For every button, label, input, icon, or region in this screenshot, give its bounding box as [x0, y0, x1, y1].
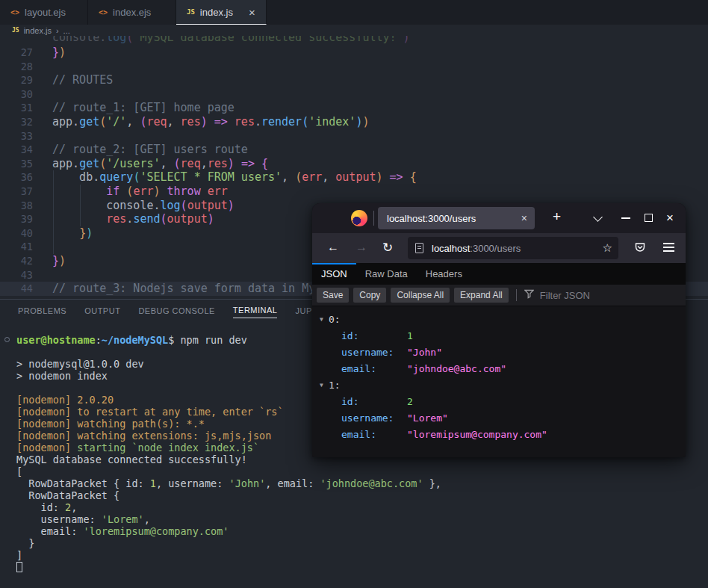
url-text[interactable]: localhost:3000/users	[432, 243, 603, 254]
json-index: 0:	[329, 312, 341, 328]
titlebar-separator	[373, 211, 374, 226]
viewer-tab-headers[interactable]: Headers	[417, 263, 471, 285]
code-text: })	[52, 226, 93, 241]
collapse-twisty-icon[interactable]: ▼	[320, 312, 329, 328]
js-icon: JS	[187, 8, 195, 16]
line-number: 29	[0, 73, 33, 87]
menu-icon[interactable]	[663, 243, 674, 244]
code-token: app.	[52, 157, 79, 170]
bookmark-star-icon[interactable]: ☆	[603, 241, 612, 255]
code-token: ,	[282, 170, 295, 184]
code-token	[201, 185, 208, 198]
command-decoration-icon[interactable]	[4, 337, 10, 342]
collapse-all-button[interactable]: Collapse All	[391, 288, 450, 303]
browser-tab-title[interactable]: localhost:3000/users	[387, 213, 521, 224]
code-token: res	[235, 115, 255, 129]
terminal-line: username: 'Lorem',	[16, 513, 708, 525]
panel-tab-output[interactable]: OUTPUT	[84, 303, 120, 318]
code-token: )	[362, 115, 369, 129]
json-key: email:	[341, 427, 407, 443]
twisty-spacer	[320, 427, 329, 443]
breadcrumb[interactable]: JS index.js › ...	[0, 25, 708, 36]
back-button[interactable]: ←	[327, 241, 339, 254]
code-token: 'loremipsum@company.com'	[83, 525, 229, 537]
editor-tab-layout.ejs[interactable]: <>layout.ejs	[0, 0, 88, 25]
code-token	[235, 157, 241, 170]
json-key: username:	[341, 410, 407, 427]
code-text: // ROUTES	[52, 73, 113, 87]
line-number: 39	[0, 212, 33, 226]
code-token: ]	[16, 549, 22, 561]
firefox-titlebar[interactable]: localhost:3000/users × + ×	[312, 203, 686, 233]
twisty-spacer	[320, 394, 329, 410]
tab-list-chevron-icon[interactable]	[593, 212, 603, 222]
line-number: 33	[0, 129, 33, 143]
filter-json-input[interactable]: Filter JSON	[540, 290, 590, 301]
url-bar[interactable]: localhost:3000/users ☆	[408, 237, 618, 259]
maximize-button[interactable]	[645, 214, 653, 222]
panel-tab-terminal[interactable]: TERMINAL	[233, 302, 278, 318]
tab-close-icon[interactable]: ×	[249, 6, 255, 19]
code-token: =>	[214, 115, 228, 129]
code-token: {	[261, 157, 268, 170]
code-token: res	[106, 212, 126, 226]
toolbar-buttons: SaveCopyCollapse AllExpand All	[317, 288, 513, 303]
code-token: .	[255, 115, 261, 129]
code-token: 'johndoe@abc.com'	[320, 477, 423, 489]
code-token	[403, 170, 410, 184]
minimize-button[interactable]	[621, 217, 630, 219]
json-row: id:2	[312, 394, 686, 410]
terminal-line: ]	[16, 549, 708, 561]
code-token: (	[295, 170, 302, 184]
viewer-tab-json[interactable]: JSON	[312, 263, 356, 285]
indent-spacer	[329, 361, 341, 377]
save-button[interactable]: Save	[317, 288, 349, 303]
editor-tab-index.js[interactable]: JSindex.js×	[176, 0, 267, 25]
json-viewer-tabs: JSONRaw DataHeaders	[312, 263, 686, 285]
code-token: // ROUTES	[52, 73, 113, 87]
line-number: 28	[0, 60, 33, 74]
breadcrumb-more[interactable]: ...	[63, 26, 70, 35]
browser-tab[interactable]: localhost:3000/users ×	[378, 207, 535, 229]
code-token: [nodemon] to restart at any time, enter …	[16, 406, 284, 418]
panel-tab-debug-console[interactable]: DEBUG CONSOLE	[138, 303, 214, 318]
code-token: 'MySQL database connected successfully!'	[133, 36, 403, 44]
editor-tab-index.ejs[interactable]: <>index.ejs	[88, 0, 176, 25]
twisty-spacer	[320, 410, 329, 427]
code-token: 'John'	[229, 477, 266, 489]
close-button[interactable]: ×	[666, 211, 674, 226]
code-token: ,	[322, 170, 335, 184]
tab-close-icon[interactable]: ×	[521, 212, 527, 224]
breadcrumb-file[interactable]: index.js	[24, 26, 52, 35]
viewer-tab-raw-data[interactable]: Raw Data	[356, 263, 417, 285]
code-line: 28	[0, 60, 708, 74]
code-token: }	[52, 46, 59, 59]
code-token	[228, 115, 235, 129]
code-line: 33	[0, 129, 708, 143]
page-info-icon[interactable]	[415, 243, 423, 253]
code-token: query	[99, 170, 133, 184]
copy-button[interactable]: Copy	[353, 288, 386, 303]
code-token	[383, 170, 390, 184]
code-token: log	[106, 36, 126, 44]
code-token: :	[96, 334, 102, 346]
code-token: req	[146, 115, 167, 129]
code-token: email:	[16, 525, 83, 537]
json-value: "loremipsum@company.com"	[407, 427, 547, 443]
code-token: 2	[65, 501, 71, 513]
forward-button[interactable]: →	[355, 241, 367, 254]
code-token: (	[99, 157, 106, 170]
reload-button[interactable]: ↻	[382, 240, 393, 256]
expand-all-button[interactable]: Expand All	[454, 288, 509, 303]
collapse-twisty-icon[interactable]: ▼	[320, 377, 329, 394]
firefox-window: localhost:3000/users × + × ← → ↻ localho…	[312, 203, 686, 457]
new-tab-button[interactable]: +	[553, 208, 561, 225]
editor-tab-bar: <>layout.ejs<>index.ejsJSindex.js×	[0, 0, 708, 25]
pocket-icon[interactable]	[634, 241, 646, 256]
code-token: output	[167, 212, 208, 226]
panel-tab-problems[interactable]: PROBLEMS	[18, 303, 66, 318]
code-token: starting `node index index.js`	[77, 442, 259, 454]
code-token	[161, 185, 167, 198]
code-token: res	[208, 157, 228, 170]
terminal-line: RowDataPacket {	[16, 489, 708, 501]
